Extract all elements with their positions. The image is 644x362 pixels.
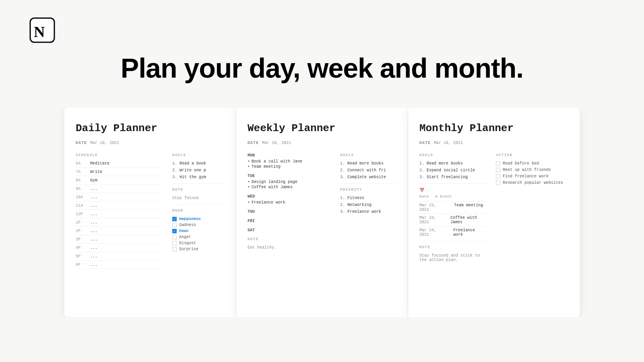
schedule-time: 3P bbox=[76, 237, 87, 242]
mood-checkbox[interactable] bbox=[172, 223, 177, 227]
separator2 bbox=[172, 204, 225, 205]
panels-container: Daily Planner DATE Mar 19, 2021 SCHEDULE… bbox=[0, 108, 644, 317]
mood-item: Surprise bbox=[172, 247, 225, 251]
schedule-task: ... bbox=[90, 246, 97, 250]
weekly-goal-item: 1. Read more books bbox=[340, 161, 396, 166]
mood-label: Surprise bbox=[179, 247, 198, 251]
monthly-date-row: DATE Mar 19, 2021 bbox=[419, 141, 568, 145]
mood-item: Anger bbox=[172, 235, 225, 239]
day-label: FRI bbox=[248, 219, 330, 223]
mood-checkbox[interactable] bbox=[172, 229, 177, 233]
day-block: WEDFreelance work bbox=[248, 194, 330, 205]
schedule-task: ... bbox=[90, 212, 97, 216]
day-label: SAT bbox=[248, 228, 330, 232]
schedule-rows: 6AMeditate7AWrite8AGym9A...10A...11A...1… bbox=[76, 161, 163, 269]
monthly-content: GOALS 1. Read more books2. Expand social… bbox=[419, 153, 568, 262]
daily-planner-panel: Daily Planner DATE Mar 19, 2021 SCHEDULE… bbox=[64, 108, 236, 317]
daily-date-row: DATE Mar 19, 2021 bbox=[76, 141, 225, 145]
day-items: Freelance work bbox=[248, 200, 330, 205]
schedule-time: 10A bbox=[76, 195, 87, 200]
event-row: Mar 23, 2021Coffee with James bbox=[419, 214, 486, 224]
weekly-planner-panel: Weekly Planner DATE Mar 19, 2021 MONBook… bbox=[236, 108, 408, 317]
weekly-goals-column: GOALS 1. Read more books2. Connect with … bbox=[340, 153, 396, 255]
monthly-sep2 bbox=[419, 241, 486, 241]
weekly-note-text: Eat healthy. bbox=[248, 245, 330, 250]
action-checkbox[interactable] bbox=[496, 181, 500, 185]
schedule-task: ... bbox=[90, 195, 97, 200]
action-checkbox[interactable] bbox=[496, 168, 500, 172]
schedule-time: 11A bbox=[76, 204, 87, 208]
schedule-time: 5P bbox=[76, 254, 87, 259]
weekly-content: MONBook a call with JaneTeam meetingTUED… bbox=[248, 153, 396, 255]
mood-checkbox[interactable] bbox=[172, 235, 177, 239]
schedule-row: 7AWrite bbox=[76, 170, 163, 176]
schedule-row: 5P... bbox=[76, 254, 163, 261]
goals-header: GOALS bbox=[172, 153, 225, 157]
schedule-task: Meditate bbox=[90, 161, 109, 166]
event-name: Freelance work bbox=[453, 228, 486, 237]
event-name: Coffee with James bbox=[450, 216, 486, 224]
schedule-row: 1P... bbox=[76, 220, 163, 227]
mood-label: Anger bbox=[179, 235, 191, 239]
action-label: Meet up with friends bbox=[503, 168, 551, 172]
priority-item: 2. Networking bbox=[340, 203, 396, 207]
svg-text:N: N bbox=[34, 23, 45, 40]
action-checkbox[interactable] bbox=[496, 161, 500, 166]
daily-content: SCHEDULE 6AMeditate7AWrite8AGym9A...10A.… bbox=[76, 153, 225, 271]
weekly-days: MONBook a call with JaneTeam meetingTUED… bbox=[248, 153, 330, 232]
weekly-goal-item: 2. Connect with fri bbox=[340, 168, 396, 173]
weekly-title: Weekly Planner bbox=[248, 122, 396, 134]
monthly-date-value: Mar 19, 2021 bbox=[434, 141, 463, 145]
weekly-priority-list: 1. Fitness2. Networking3. Freelance work bbox=[340, 196, 396, 214]
day-items: Design landing pageCoffee with James bbox=[248, 180, 330, 189]
events-rows: Mar 22, 2021Team meetingMar 23, 2021Coff… bbox=[419, 201, 486, 237]
day-item: Coffee with James bbox=[248, 185, 330, 189]
action-item: Find freelance work bbox=[496, 174, 568, 179]
schedule-row: 6P... bbox=[76, 263, 163, 269]
mood-section: MOOD HappinessSadnessFearAngerDisgustSur… bbox=[172, 209, 225, 251]
mood-checkbox[interactable] bbox=[172, 217, 177, 221]
goal-item: 2. Write one p bbox=[172, 168, 225, 173]
day-item: Freelance work bbox=[248, 200, 330, 205]
action-items: Read before bedMeet up with friendsFind … bbox=[496, 161, 568, 185]
weekly-sep bbox=[340, 183, 396, 184]
monthly-goals-list: 1. Read more books2. Expand social circl… bbox=[419, 161, 486, 179]
monthly-note-header: NOTE bbox=[419, 245, 486, 249]
schedule-column: SCHEDULE 6AMeditate7AWrite8AGym9A...10A.… bbox=[76, 153, 163, 271]
weekly-date-label: DATE bbox=[248, 141, 259, 145]
schedule-row: 11A... bbox=[76, 204, 163, 210]
mood-checkbox[interactable] bbox=[172, 241, 177, 245]
weekly-goal-item: 3. Complete website bbox=[340, 175, 396, 179]
daily-date-label: DATE bbox=[76, 141, 87, 145]
schedule-task: ... bbox=[90, 263, 97, 267]
day-block: MONBook a call with JaneTeam meeting bbox=[248, 153, 330, 169]
mood-label: Disgust bbox=[179, 241, 196, 245]
schedule-time: 4P bbox=[76, 246, 87, 250]
goal-item: 1. Read a book bbox=[172, 161, 225, 166]
schedule-time: 2P bbox=[76, 229, 87, 233]
schedule-header: SCHEDULE bbox=[76, 153, 163, 157]
goals-column: GOALS 1. Read a book2. Write one p3. Hit… bbox=[172, 153, 225, 271]
hero-title: Plan your day, week and month. bbox=[0, 0, 644, 84]
day-item: Book a call with Jane bbox=[248, 159, 330, 164]
schedule-task: ... bbox=[90, 187, 97, 191]
action-header: ACTION bbox=[496, 153, 568, 157]
day-block: TUEDesign landing pageCoffee with James bbox=[248, 174, 330, 189]
events-table-header: Date & Event bbox=[419, 195, 486, 199]
events-date-col: Date bbox=[419, 195, 429, 199]
event-date: Mar 23, 2021 bbox=[419, 216, 444, 224]
weekly-date-value: Mar 19, 2021 bbox=[262, 141, 291, 145]
goal-item: 3. Hit the gym bbox=[172, 175, 225, 179]
mood-checkbox[interactable] bbox=[172, 247, 177, 251]
action-column: ACTION Read before bedMeet up with frien… bbox=[496, 153, 568, 262]
priority-item: 3. Freelance work bbox=[340, 210, 396, 214]
schedule-task: Write bbox=[90, 170, 102, 174]
events-event-col: & Event bbox=[436, 195, 452, 199]
weekly-date-row: DATE Mar 19, 2021 bbox=[248, 141, 396, 145]
weekly-goals-list: 1. Read more books2. Connect with fri3. … bbox=[340, 161, 396, 179]
daily-date-value: Mar 19, 2021 bbox=[90, 141, 119, 145]
schedule-time: 7A bbox=[76, 170, 87, 174]
day-label: MON bbox=[248, 153, 330, 158]
monthly-goal-item: 3. Start freelancing bbox=[419, 175, 486, 179]
action-checkbox[interactable] bbox=[496, 174, 500, 179]
